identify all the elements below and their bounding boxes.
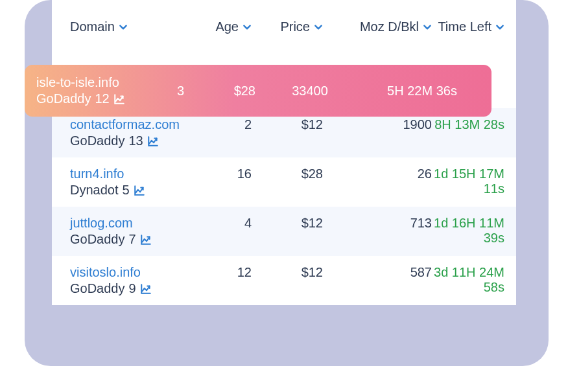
- time-cell: 8H 13M 28s: [432, 117, 504, 132]
- chart-icon[interactable]: [140, 283, 152, 295]
- header-moz[interactable]: Moz D/Bkl: [323, 19, 432, 34]
- chart-icon[interactable]: [140, 234, 152, 246]
- moz-cell: 26: [323, 167, 432, 181]
- registrar-name: GoDaddy: [70, 232, 125, 247]
- price-cell: $12: [252, 216, 323, 231]
- price-cell: $12: [252, 117, 323, 132]
- age-cell: 2: [188, 117, 252, 132]
- header-price-label: Price: [280, 19, 310, 34]
- domain-cell: visitoslo.infoGoDaddy9: [70, 265, 188, 296]
- chart-icon[interactable]: [134, 185, 145, 196]
- chevron-down-icon: [495, 23, 504, 32]
- registrar-line: GoDaddy9: [70, 281, 188, 296]
- time-cell: 1d 16H 11M 39s: [432, 216, 504, 246]
- price-cell: $28: [184, 84, 255, 98]
- chevron-down-icon: [314, 23, 323, 32]
- domain-cell: juttlog.comGoDaddy7: [70, 216, 188, 247]
- table-row[interactable]: juttlog.comGoDaddy74$127131d 16H 11M 39s: [52, 207, 516, 256]
- age-cell: 4: [188, 216, 252, 231]
- registrar-score: 9: [129, 281, 136, 296]
- highlighted-row[interactable]: isle-to-isle.info GoDaddy 12 3 $28 33400…: [25, 65, 491, 117]
- registrar-score: 7: [129, 232, 136, 247]
- age-cell: 12: [188, 265, 252, 280]
- chart-icon[interactable]: [113, 93, 125, 105]
- chevron-down-icon: [243, 23, 252, 32]
- chart-icon[interactable]: [147, 135, 159, 147]
- table-row[interactable]: visitoslo.infoGoDaddy912$125873d 11H 24M…: [52, 256, 516, 305]
- registrar-name: GoDaddy: [70, 281, 125, 296]
- header-moz-label: Moz D/Bkl: [360, 19, 419, 34]
- header-time-label: Time Left: [438, 19, 491, 34]
- registrar-name: GoDaddy: [36, 91, 91, 106]
- time-cell: 3d 11H 24M 58s: [432, 265, 504, 295]
- registrar-line: GoDaddy 12: [36, 91, 147, 106]
- registrar-name: GoDaddy: [70, 133, 125, 148]
- registrar-score: 13: [129, 133, 143, 148]
- header-price[interactable]: Price: [252, 19, 323, 34]
- registrar-line: GoDaddy7: [70, 232, 188, 247]
- time-cell: 5H 22M 36s: [364, 84, 480, 98]
- header-domain[interactable]: Domain: [70, 19, 188, 34]
- age-cell: 16: [188, 167, 252, 181]
- domain-link[interactable]: contactformaz.com: [70, 117, 180, 132]
- domain-link[interactable]: turn4.info: [70, 167, 124, 181]
- header-domain-label: Domain: [70, 19, 115, 34]
- registrar-score: 5: [123, 183, 130, 198]
- chevron-down-icon: [119, 23, 128, 32]
- moz-cell: 713: [323, 216, 432, 231]
- header-time[interactable]: Time Left: [432, 19, 504, 34]
- header-age[interactable]: Age: [188, 19, 252, 34]
- price-cell: $28: [252, 167, 323, 181]
- domain-table: Domain Age Price Moz D/Bkl Time Left: [52, 0, 516, 305]
- domain-link[interactable]: visitoslo.info: [70, 265, 141, 279]
- header-age-label: Age: [215, 19, 239, 34]
- price-cell: $12: [252, 265, 323, 280]
- chevron-down-icon: [423, 23, 432, 32]
- moz-cell: 587: [323, 265, 432, 280]
- domain-cell: isle-to-isle.info GoDaddy 12: [36, 75, 147, 106]
- registrar-score: 12: [95, 91, 110, 106]
- registrar-line: Dynadot5: [70, 183, 188, 198]
- domain-link[interactable]: juttlog.com: [70, 216, 133, 230]
- time-cell: 1d 15H 17M 11s: [432, 167, 504, 196]
- domain-cell: turn4.infoDynadot5: [70, 167, 188, 198]
- table-row[interactable]: turn4.infoDynadot516$28261d 15H 17M 11s: [52, 157, 516, 207]
- domain-cell: contactformaz.comGoDaddy13: [70, 117, 188, 148]
- moz-cell: 1900: [323, 117, 432, 132]
- domain-link[interactable]: isle-to-isle.info: [36, 75, 147, 90]
- table-header: Domain Age Price Moz D/Bkl Time Left: [52, 0, 516, 52]
- moz-cell: 33400: [255, 84, 364, 98]
- age-cell: 3: [147, 84, 184, 98]
- registrar-line: GoDaddy13: [70, 133, 188, 148]
- registrar-name: Dynadot: [70, 183, 119, 198]
